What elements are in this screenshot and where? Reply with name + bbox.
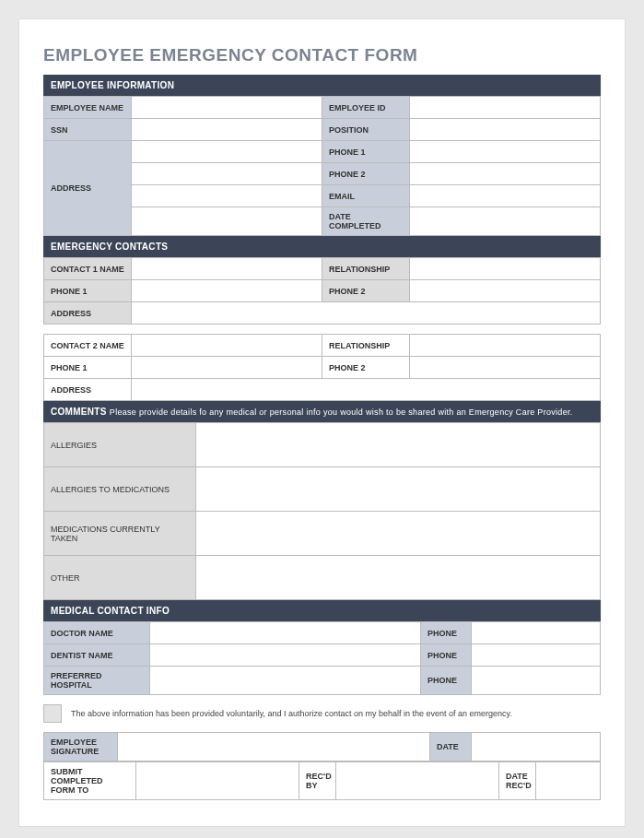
employee-id-field[interactable] bbox=[410, 97, 601, 119]
contact2-phone1-label: PHONE 1 bbox=[44, 357, 132, 379]
comments-table: ALLERGIES ALLERGIES TO MEDICATIONS MEDIC… bbox=[43, 422, 601, 600]
address-label: ADDRESS bbox=[44, 141, 132, 236]
allergies-meds-label: ALLERGIES TO MEDICATIONS bbox=[44, 467, 196, 512]
address-field-2[interactable] bbox=[132, 163, 322, 185]
contact1-relationship-label: RELATIONSHIP bbox=[322, 258, 410, 280]
authorization-row: The above information has been provided … bbox=[43, 704, 601, 723]
allergies-label: ALLERGIES bbox=[44, 423, 196, 467]
contact1-address-label: ADDRESS bbox=[44, 302, 132, 325]
section-emergency-contacts: EMERGENCY CONTACTS bbox=[43, 236, 601, 257]
contact1-address-field[interactable] bbox=[132, 302, 601, 325]
date-completed-label: DATE COMPLETED bbox=[322, 207, 410, 236]
allergies-meds-field[interactable] bbox=[196, 467, 601, 512]
other-field[interactable] bbox=[196, 556, 601, 600]
section-comments: COMMENTS Please provide details fo any m… bbox=[43, 401, 601, 422]
authorization-checkbox[interactable] bbox=[43, 704, 62, 723]
medical-contact-table: DOCTOR NAME PHONE DENTIST NAME PHONE PRE… bbox=[43, 621, 601, 695]
form-page: EMPLOYEE EMERGENCY CONTACT FORM EMPLOYEE… bbox=[18, 18, 626, 827]
form-title: EMPLOYEE EMERGENCY CONTACT FORM bbox=[43, 45, 601, 65]
signature-date-label: DATE bbox=[430, 733, 472, 761]
recd-by-label: REC'D BY bbox=[299, 762, 336, 800]
contact2-relationship-field[interactable] bbox=[410, 335, 601, 357]
recd-by-field[interactable] bbox=[336, 762, 499, 800]
email-label: EMAIL bbox=[322, 185, 410, 207]
section-medical-info: MEDICAL CONTACT INFO bbox=[43, 600, 601, 621]
date-recd-field[interactable] bbox=[536, 762, 601, 800]
contact1-phone1-field[interactable] bbox=[132, 280, 322, 302]
signature-table: EMPLOYEE SIGNATURE DATE bbox=[43, 732, 601, 761]
contact2-phone2-label: PHONE 2 bbox=[322, 357, 410, 379]
employee-info-table: EMPLOYEE NAME EMPLOYEE ID SSN POSITION A… bbox=[43, 96, 601, 236]
address-field-4[interactable] bbox=[132, 207, 322, 236]
date-completed-field[interactable] bbox=[410, 207, 601, 236]
email-field[interactable] bbox=[410, 185, 601, 207]
phone1-field[interactable] bbox=[410, 141, 601, 163]
contact2-address-label: ADDRESS bbox=[44, 379, 132, 401]
submit-to-field[interactable] bbox=[136, 762, 299, 800]
hospital-phone-field[interactable] bbox=[472, 667, 601, 695]
contact2-name-field[interactable] bbox=[132, 335, 322, 357]
submit-to-label: SUBMIT COMPLETED FORM TO bbox=[44, 762, 136, 800]
date-recd-label: DATE REC'D bbox=[499, 762, 536, 800]
preferred-hospital-field[interactable] bbox=[150, 667, 421, 695]
doctor-name-field[interactable] bbox=[150, 622, 421, 644]
contact1-phone2-field[interactable] bbox=[410, 280, 601, 302]
employee-signature-label: EMPLOYEE SIGNATURE bbox=[44, 733, 118, 761]
emergency-contact2-table: CONTACT 2 NAME RELATIONSHIP PHONE 1 PHON… bbox=[43, 334, 601, 401]
ssn-label: SSN bbox=[44, 119, 132, 141]
authorization-text: The above information has been provided … bbox=[71, 709, 512, 718]
contact1-relationship-field[interactable] bbox=[410, 258, 601, 280]
signature-date-field[interactable] bbox=[472, 733, 601, 761]
hospital-phone-label: PHONE bbox=[421, 667, 472, 695]
phone1-label: PHONE 1 bbox=[322, 141, 410, 163]
allergies-field[interactable] bbox=[196, 423, 601, 467]
emergency-contacts-table: CONTACT 1 NAME RELATIONSHIP PHONE 1 PHON… bbox=[43, 257, 601, 325]
other-label: OTHER bbox=[44, 556, 196, 600]
comments-prefix: COMMENTS bbox=[51, 407, 107, 417]
comments-note: Please provide details fo any medical or… bbox=[110, 407, 573, 417]
dentist-phone-field[interactable] bbox=[472, 644, 601, 667]
contact2-address-field[interactable] bbox=[132, 379, 601, 401]
position-field[interactable] bbox=[410, 119, 601, 141]
ssn-field[interactable] bbox=[132, 119, 322, 141]
contact2-phone1-field[interactable] bbox=[132, 357, 322, 379]
address-field-1[interactable] bbox=[132, 141, 322, 163]
dentist-name-label: DENTIST NAME bbox=[44, 644, 150, 667]
meds-taken-field[interactable] bbox=[196, 512, 601, 556]
section-employee-info: EMPLOYEE INFORMATION bbox=[43, 75, 601, 96]
employee-name-field[interactable] bbox=[132, 97, 322, 119]
employee-id-label: EMPLOYEE ID bbox=[322, 97, 410, 119]
doctor-phone-label: PHONE bbox=[421, 622, 472, 644]
contact1-name-label: CONTACT 1 NAME bbox=[44, 258, 132, 280]
employee-signature-field[interactable] bbox=[118, 733, 430, 761]
doctor-phone-field[interactable] bbox=[472, 622, 601, 644]
employee-name-label: EMPLOYEE NAME bbox=[44, 97, 132, 119]
contact1-name-field[interactable] bbox=[132, 258, 322, 280]
preferred-hospital-label: PREFERRED HOSPITAL bbox=[44, 667, 150, 695]
phone2-label: PHONE 2 bbox=[322, 163, 410, 185]
submit-table: SUBMIT COMPLETED FORM TO REC'D BY DATE R… bbox=[43, 761, 601, 800]
dentist-phone-label: PHONE bbox=[421, 644, 472, 667]
phone2-field[interactable] bbox=[410, 163, 601, 185]
address-field-3[interactable] bbox=[132, 185, 322, 207]
contact1-phone1-label: PHONE 1 bbox=[44, 280, 132, 302]
contact2-phone2-field[interactable] bbox=[410, 357, 601, 379]
dentist-name-field[interactable] bbox=[150, 644, 421, 667]
contact2-relationship-label: RELATIONSHIP bbox=[322, 335, 410, 357]
meds-taken-label: MEDICATIONS CURRENTLY TAKEN bbox=[44, 512, 196, 556]
doctor-name-label: DOCTOR NAME bbox=[44, 622, 150, 644]
contact1-phone2-label: PHONE 2 bbox=[322, 280, 410, 302]
contact2-name-label: CONTACT 2 NAME bbox=[44, 335, 132, 357]
position-label: POSITION bbox=[322, 119, 410, 141]
